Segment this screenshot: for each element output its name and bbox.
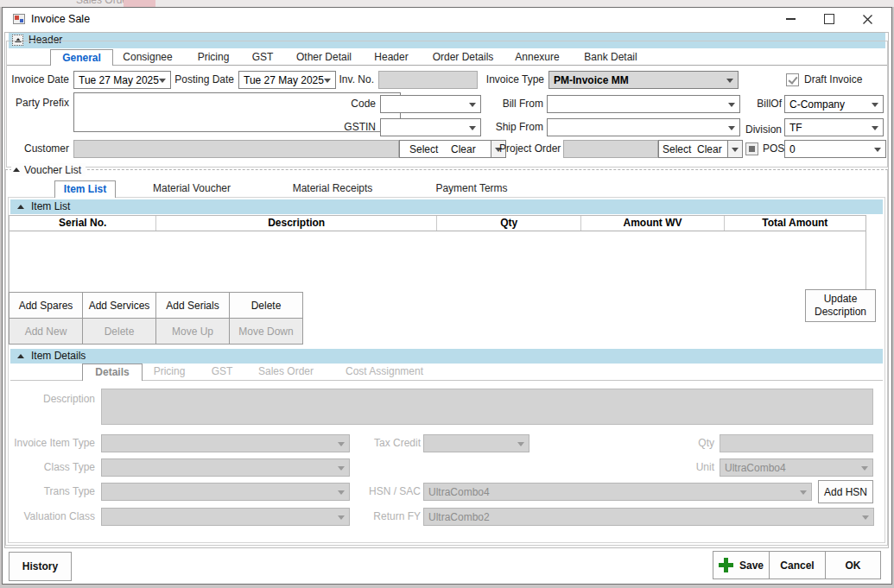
add-spares-button[interactable]: Add Spares (9, 292, 83, 319)
unit-value: UltraCombo4 (725, 462, 786, 474)
background-highlight (124, 0, 155, 7)
party-prefix-label: Party Prefix (3, 94, 69, 112)
tab-general[interactable]: General (50, 49, 113, 66)
column-qty[interactable]: Qty (437, 216, 581, 231)
tab-material-receipts[interactable]: Material Receipts (281, 180, 384, 197)
title-bar: Invoice Sale (3, 8, 891, 31)
billof-label: BillOf (730, 95, 782, 113)
tax-credit-label: Tax Credit (365, 434, 421, 452)
tab-payment-terms[interactable]: Payment Terms (420, 180, 523, 197)
tab-bank-detail[interactable]: Bank Detail (559, 49, 663, 66)
minimize-icon (786, 18, 796, 20)
invoice-type-value: PM-Invoice MM (554, 74, 629, 86)
invoice-date-combo[interactable]: Tue 27 May 2025 (73, 71, 171, 89)
close-icon (863, 15, 872, 24)
customer-select-link[interactable]: Select (409, 142, 438, 158)
collapse-up-icon (17, 354, 24, 358)
draft-invoice-label: Draft Invoice (804, 71, 882, 89)
code-combo[interactable] (380, 95, 481, 113)
tab-details[interactable]: Details (82, 364, 143, 381)
dropdown-arrow-icon (469, 103, 476, 107)
add-services-button[interactable]: Add Services (82, 292, 156, 319)
customer-field (73, 140, 399, 158)
project-order-clear-link[interactable]: Clear (697, 142, 722, 158)
customer-clear-link[interactable]: Clear (451, 142, 476, 158)
collapse-up-icon (17, 205, 24, 209)
invoice-type-combo[interactable]: PM-Invoice MM (548, 71, 739, 89)
customer-label: Customer (3, 140, 69, 158)
dropdown-arrow-icon (861, 466, 868, 471)
dropdown-arrow-icon (338, 466, 345, 471)
invoice-date-value: Tue 27 May 2025 (79, 74, 159, 86)
item-list-table[interactable]: Serial No. Description Qty Amount WV Tot… (9, 215, 866, 298)
code-label: Code (324, 95, 376, 113)
add-serials-button[interactable]: Add Serials (155, 292, 230, 319)
valuation-class-combo (101, 508, 350, 526)
ok-button[interactable]: OK (825, 551, 881, 579)
voucher-group-label[interactable]: Voucher List (11, 163, 86, 176)
indeterminate-fill-icon (749, 146, 755, 152)
column-amount-wv[interactable]: Amount WV (581, 216, 724, 231)
dropdown-arrow-icon (338, 442, 345, 446)
project-order-select-link[interactable]: Select (663, 142, 691, 158)
minimize-button[interactable] (771, 8, 810, 30)
collapse-up-icon (13, 168, 20, 172)
class-type-combo (101, 458, 350, 477)
qty-label: Qty (674, 434, 714, 452)
close-button[interactable] (848, 8, 887, 30)
dropdown-arrow-icon (338, 515, 345, 520)
draft-invoice-checkbox[interactable] (786, 73, 799, 86)
pos-checkbox[interactable] (745, 142, 758, 155)
invoice-type-label: Invoice Type (484, 71, 544, 89)
dropdown-arrow-icon (872, 126, 878, 130)
check-icon (788, 74, 797, 85)
tab-material-voucher[interactable]: Material Voucher (140, 180, 244, 197)
dropdown-arrow-icon (800, 490, 807, 495)
billof-combo[interactable]: C-Company (784, 95, 884, 113)
bill-from-combo[interactable] (547, 95, 740, 113)
billof-value: C-Company (789, 98, 845, 111)
table-body-empty[interactable] (10, 231, 865, 299)
column-serial-no[interactable]: Serial No. (10, 216, 156, 231)
column-total-amount[interactable]: Total Amount (725, 216, 865, 231)
save-button[interactable]: Save (713, 551, 770, 579)
project-order-dropdown-button[interactable] (728, 140, 743, 158)
add-hsn-button[interactable]: Add HSN (818, 480, 873, 503)
dropdown-arrow-icon (874, 148, 881, 152)
delete-button[interactable]: Delete (229, 292, 303, 319)
update-description-button[interactable]: Update Description (805, 289, 876, 322)
inv-no-field (378, 71, 478, 89)
cancel-button[interactable]: Cancel (769, 551, 826, 579)
item-list-title: Item List (31, 199, 70, 214)
plus-icon (719, 558, 733, 572)
invoice-item-type-label: Invoice Item Type (9, 434, 95, 452)
item-details-title: Item Details (31, 349, 86, 364)
pos-combo[interactable]: 0 (784, 140, 886, 158)
window-title: Invoice Sale (31, 13, 90, 25)
ship-from-combo[interactable] (547, 118, 740, 136)
gstin-combo[interactable] (380, 118, 481, 136)
tab-sales-order: Sales Order (234, 364, 338, 380)
return-fy-label: Return FY (365, 508, 421, 526)
dropdown-arrow-icon (732, 148, 739, 152)
maximize-button[interactable] (809, 8, 848, 30)
pos-value: 0 (789, 143, 796, 155)
trans-type-label: Trans Type (9, 483, 95, 501)
table-header-row: Serial No. Description Qty Amount WV Tot… (10, 216, 865, 231)
return-fy-combo: UltraCombo2 (423, 508, 874, 526)
pos-label: POS (763, 140, 785, 158)
dropdown-arrow-icon (872, 103, 878, 107)
tab-item-list[interactable]: Item List (54, 180, 116, 198)
screen: Sales Order Invoice Sale (0, 0, 894, 588)
division-label: Division (730, 121, 782, 139)
item-details-bar[interactable]: Item Details (10, 349, 883, 364)
project-order-field (563, 140, 658, 158)
division-combo[interactable]: TF (784, 118, 884, 136)
dropdown-arrow-icon (469, 126, 476, 130)
division-value: TF (789, 122, 802, 134)
item-list-bar[interactable]: Item List (10, 199, 883, 214)
customer-select-clear-strip: Select Clear (399, 140, 491, 158)
column-description[interactable]: Description (156, 216, 437, 231)
history-button[interactable]: History (9, 552, 72, 581)
delete-row-button: Delete (82, 318, 156, 345)
